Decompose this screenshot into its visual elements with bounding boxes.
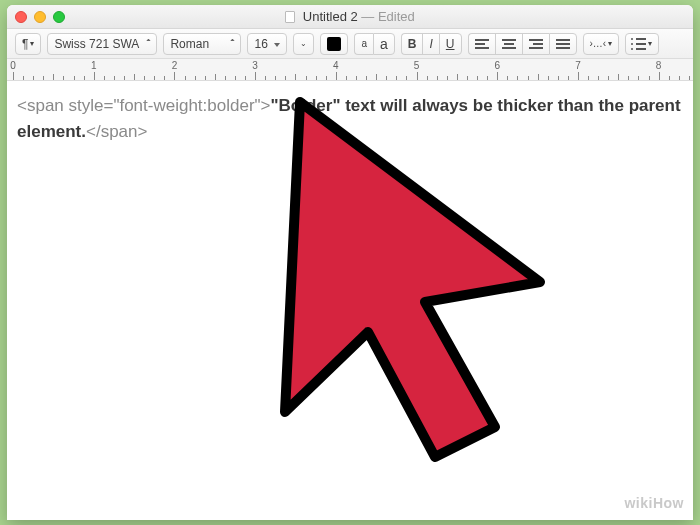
window-controls bbox=[15, 11, 65, 23]
ruler-label: 4 bbox=[333, 60, 339, 71]
bold-text-line2: element. bbox=[17, 122, 86, 141]
format-toolbar: ¶ ▾ Swiss 721 SWA Roman 16 ⌄ a a B I U bbox=[7, 29, 693, 59]
watermark: wikiHow bbox=[624, 495, 684, 511]
ruler-label: 5 bbox=[414, 60, 420, 71]
chevron-down-icon: ▾ bbox=[608, 39, 612, 48]
align-center-button[interactable] bbox=[495, 33, 522, 55]
list-icon bbox=[632, 38, 646, 50]
paragraph-icon: ¶ bbox=[22, 37, 28, 51]
chevron-down-icon: ⌄ bbox=[300, 41, 307, 47]
align-center-icon bbox=[502, 39, 516, 49]
list-style-button[interactable]: ▾ bbox=[625, 33, 659, 55]
font-size-stepper[interactable]: ⌄ bbox=[293, 33, 314, 55]
style-group: B I U bbox=[401, 33, 462, 55]
ruler[interactable]: 012345678 bbox=[7, 59, 693, 81]
font-size-select[interactable]: 16 bbox=[247, 33, 287, 55]
color-swatch-icon bbox=[327, 37, 341, 51]
align-left-button[interactable] bbox=[468, 33, 495, 55]
text-color-button[interactable] bbox=[320, 33, 348, 55]
align-justify-button[interactable] bbox=[549, 33, 577, 55]
app-window: Untitled 2 — Edited ¶ ▾ Swiss 721 SWA Ro… bbox=[7, 5, 693, 520]
document-status: — Edited bbox=[361, 9, 415, 24]
decrease-font-button[interactable]: a bbox=[354, 33, 373, 55]
zoom-window-button[interactable] bbox=[53, 11, 65, 23]
ruler-label: 8 bbox=[656, 60, 662, 71]
bold-text-line1: "Bolder" text will always be thicker tha… bbox=[271, 96, 681, 115]
font-family-value: Swiss 721 SWA bbox=[54, 37, 139, 51]
align-justify-icon bbox=[556, 39, 570, 49]
font-family-select[interactable]: Swiss 721 SWA bbox=[47, 33, 157, 55]
underline-button[interactable]: U bbox=[439, 33, 462, 55]
document-body[interactable]: <span style="font-weight:bolder">"Bolder… bbox=[7, 81, 693, 520]
close-window-button[interactable] bbox=[15, 11, 27, 23]
titlebar: Untitled 2 — Edited bbox=[7, 5, 693, 29]
align-right-button[interactable] bbox=[522, 33, 549, 55]
text-size-group: a a bbox=[354, 33, 394, 55]
spacing-icon: ›…‹ bbox=[590, 38, 607, 49]
align-group bbox=[468, 33, 577, 55]
italic-button[interactable]: I bbox=[422, 33, 438, 55]
ruler-label: 2 bbox=[172, 60, 178, 71]
ruler-label: 7 bbox=[575, 60, 581, 71]
increase-font-button[interactable]: a bbox=[373, 33, 395, 55]
window-title: Untitled 2 — Edited bbox=[7, 9, 693, 24]
line-spacing-button[interactable]: ›…‹ ▾ bbox=[583, 33, 620, 55]
ruler-label: 0 bbox=[10, 60, 16, 71]
document-icon bbox=[285, 11, 295, 23]
ruler-label: 1 bbox=[91, 60, 97, 71]
align-right-icon bbox=[529, 39, 543, 49]
code-open-tag: <span style="font-weight:bolder"> bbox=[17, 96, 271, 115]
code-close-tag: </span> bbox=[86, 122, 147, 141]
bold-button[interactable]: B bbox=[401, 33, 423, 55]
ruler-label: 3 bbox=[252, 60, 258, 71]
chevron-down-icon: ▾ bbox=[648, 39, 652, 48]
document-name: Untitled 2 bbox=[303, 9, 358, 24]
ruler-label: 6 bbox=[494, 60, 500, 71]
paragraph-style-button[interactable]: ¶ ▾ bbox=[15, 33, 41, 55]
font-style-select[interactable]: Roman bbox=[163, 33, 241, 55]
chevron-down-icon: ▾ bbox=[30, 39, 34, 48]
font-size-value: 16 bbox=[254, 37, 267, 51]
font-style-value: Roman bbox=[170, 37, 209, 51]
minimize-window-button[interactable] bbox=[34, 11, 46, 23]
align-left-icon bbox=[475, 39, 489, 49]
